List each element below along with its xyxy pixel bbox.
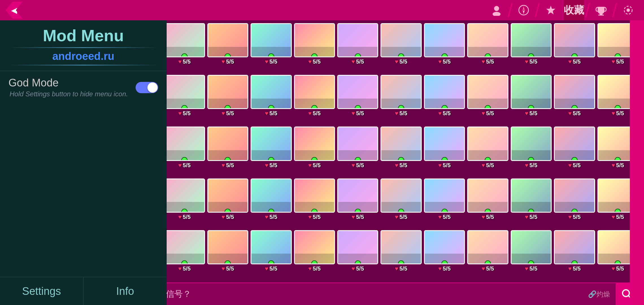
score-value: 5/5 <box>573 162 581 169</box>
nav-divider-4 <box>612 3 617 17</box>
heart-icon: ♥ <box>482 110 485 117</box>
heart-icon: ♥ <box>352 214 355 220</box>
compass-nav-button[interactable] <box>514 0 534 20</box>
card-item[interactable]: ♥ 5/5 <box>467 127 508 176</box>
heart-icon: ♥ <box>308 162 312 169</box>
card-score: ♥ 5/5 <box>438 162 451 169</box>
card-image <box>337 75 378 109</box>
card-item[interactable]: ♥ 5/5 <box>380 178 421 228</box>
card-item[interactable]: ♥ 5/5 <box>511 75 552 124</box>
heart-icon: ♥ <box>265 58 268 65</box>
card-item[interactable]: ♥ 5/5 <box>337 23 378 73</box>
card-score: ♥ 5/5 <box>568 162 581 169</box>
card-score: ♥ 5/5 <box>612 110 624 117</box>
card-item[interactable]: ♥ 5/5 <box>294 23 335 73</box>
card-item[interactable]: ♥ 5/5 <box>251 127 291 176</box>
card-item[interactable]: ♥ 5/5 <box>164 127 205 176</box>
score-value: 5/5 <box>226 265 234 272</box>
card-item[interactable]: ♥ 5/5 <box>511 230 552 280</box>
heart-icon: ♥ <box>395 214 398 220</box>
card-image <box>511 127 552 161</box>
card-item[interactable]: ♥ 5/5 <box>554 178 595 228</box>
card-item[interactable]: ♥ 5/5 <box>467 75 508 124</box>
card-item[interactable]: ♥ 5/5 <box>380 230 421 280</box>
card-score: ♥ 5/5 <box>395 110 407 117</box>
card-score: ♥ 5/5 <box>568 110 581 117</box>
score-value: 5/5 <box>226 214 234 220</box>
heart-icon: ♥ <box>308 110 312 117</box>
card-item[interactable]: ♥ 5/5 <box>294 75 335 124</box>
score-value: 5/5 <box>183 162 191 169</box>
card-item[interactable]: ♥ 5/5 <box>294 127 335 176</box>
card-item[interactable]: ♥ 5/5 <box>164 23 205 73</box>
card-item[interactable]: ♥ 5/5 <box>380 75 421 124</box>
card-item[interactable]: ♥ 5/5 <box>467 178 508 228</box>
card-item[interactable]: ♥ 5/5 <box>164 230 205 280</box>
card-item[interactable]: ♥ 5/5 <box>251 23 291 73</box>
trophy-nav-button[interactable] <box>591 0 611 20</box>
back-button[interactable]: ◀ <box>6 2 23 19</box>
score-value: 5/5 <box>616 162 624 169</box>
card-item[interactable]: ♥ 5/5 <box>554 127 595 176</box>
card-item[interactable]: ♥ 5/5 <box>380 127 421 176</box>
star-nav-button[interactable] <box>541 0 561 20</box>
card-item[interactable]: ♥ 5/5 <box>554 23 595 73</box>
top-navigation-bar: ◀ 收藏 <box>0 0 644 20</box>
mod-menu-bottom-bar: Settings Info <box>0 277 167 305</box>
card-item[interactable]: ♥ 5/5 <box>424 127 465 176</box>
score-value: 5/5 <box>486 265 494 272</box>
card-item[interactable]: ♥ 5/5 <box>554 230 595 280</box>
card-item[interactable]: ♥ 5/5 <box>424 230 465 280</box>
heart-icon: ♥ <box>438 110 442 117</box>
card-item[interactable]: ♥ 5/5 <box>424 178 465 228</box>
score-value: 5/5 <box>269 162 277 169</box>
card-item[interactable]: ♥ 5/5 <box>337 75 378 124</box>
card-item[interactable]: ♥ 5/5 <box>467 23 508 73</box>
card-score: ♥ 5/5 <box>612 58 624 65</box>
card-item[interactable]: ♥ 5/5 <box>164 75 205 124</box>
mod-menu-divider-2 <box>8 65 158 66</box>
card-item[interactable]: ♥ 5/5 <box>511 127 552 176</box>
card-item[interactable]: ♥ 5/5 <box>251 230 291 280</box>
card-item[interactable]: ♥ 5/5 <box>207 230 248 280</box>
card-item[interactable]: ♥ 5/5 <box>337 178 378 228</box>
score-value: 5/5 <box>486 214 494 220</box>
collection-nav-button[interactable]: 收藏 <box>564 0 584 20</box>
settings-button[interactable]: Settings <box>0 277 84 305</box>
card-item[interactable]: ♥ 5/5 <box>337 230 378 280</box>
card-item[interactable]: ♥ 5/5 <box>164 178 205 228</box>
card-item[interactable]: ♥ 5/5 <box>554 75 595 124</box>
card-image <box>424 75 465 109</box>
card-image <box>554 23 595 57</box>
card-item[interactable]: ♥ 5/5 <box>251 75 291 124</box>
card-item[interactable]: ♥ 5/5 <box>424 75 465 124</box>
card-item[interactable]: ♥ 5/5 <box>207 75 248 124</box>
card-item[interactable]: ♥ 5/5 <box>294 230 335 280</box>
card-item[interactable]: ♥ 5/5 <box>207 127 248 176</box>
card-score: ♥ 5/5 <box>395 58 407 65</box>
profile-nav-button[interactable] <box>486 0 507 20</box>
info-button[interactable]: Info <box>84 277 167 305</box>
card-item[interactable]: ♥ 5/5 <box>511 178 552 228</box>
svg-rect-7 <box>598 15 604 16</box>
card-score: ♥ 5/5 <box>438 265 451 272</box>
card-score: ♥ 5/5 <box>222 162 234 169</box>
card-item[interactable]: ♥ 5/5 <box>251 178 291 228</box>
settings-nav-button[interactable] <box>618 0 638 20</box>
card-item[interactable]: ♥ 5/5 <box>294 178 335 228</box>
god-mode-toggle[interactable] <box>136 82 158 93</box>
card-item[interactable]: ♥ 5/5 <box>424 23 465 73</box>
heart-icon: ♥ <box>438 58 442 65</box>
card-item[interactable]: ♥ 5/5 <box>380 23 421 73</box>
card-image <box>467 23 508 57</box>
card-item[interactable]: ♥ 5/5 <box>207 178 248 228</box>
svg-point-1 <box>493 12 501 16</box>
card-item[interactable]: ♥ 5/5 <box>511 23 552 73</box>
card-item[interactable]: ♥ 5/5 <box>207 23 248 73</box>
card-item[interactable]: ♥ 5/5 <box>467 230 508 280</box>
heart-icon: ♥ <box>178 58 182 65</box>
god-mode-item: God Mode Hold Settings button to hide me… <box>8 77 158 98</box>
mod-menu-title: Mod Menu <box>8 26 158 45</box>
card-score: ♥ 5/5 <box>178 214 191 220</box>
card-item[interactable]: ♥ 5/5 <box>337 127 378 176</box>
